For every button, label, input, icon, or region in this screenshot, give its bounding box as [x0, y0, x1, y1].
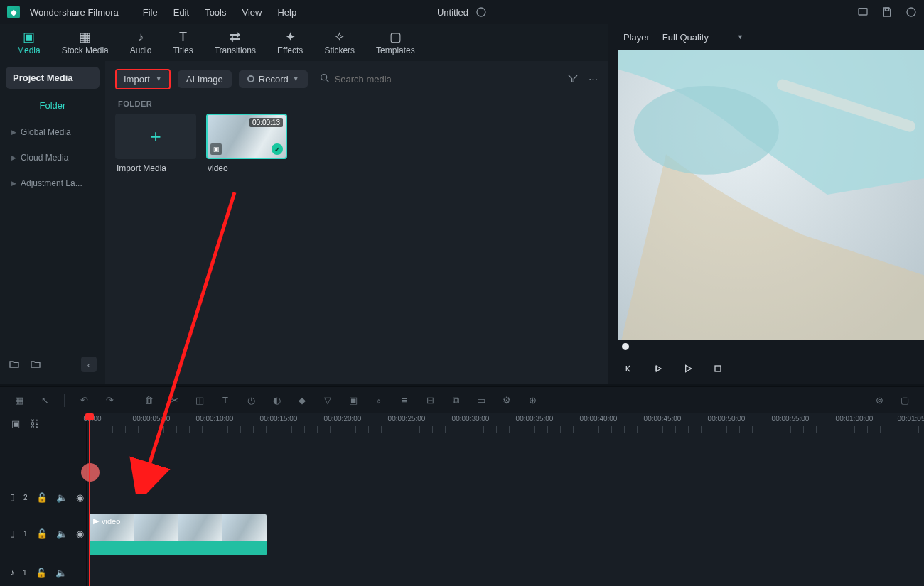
text-icon[interactable]: T [219, 394, 232, 407]
folder-icon[interactable] [30, 359, 41, 370]
preview-scrub[interactable] [618, 340, 924, 354]
export-icon[interactable] [906, 6, 917, 18]
mute-icon[interactable]: 🔈 [56, 528, 68, 539]
tab-stock-media[interactable]: ▦ Stock Media [62, 30, 109, 55]
tab-transitions[interactable]: ⇄ Transitions [215, 30, 256, 55]
record-button[interactable]: Record ▼ [239, 70, 308, 88]
plus-icon: + [115, 114, 196, 159]
mute-icon[interactable]: 🔈 [55, 568, 67, 578]
speed-icon[interactable]: ◷ [245, 394, 257, 407]
project-media-button[interactable]: Project Media [6, 67, 100, 89]
render-icon[interactable]: ▭ [475, 394, 488, 407]
import-highlight: Import ▼ [115, 69, 171, 89]
more-tools-icon[interactable]: ⊕ [526, 394, 539, 407]
tag-icon[interactable]: ⬨ [372, 394, 385, 407]
svg-marker-10 [656, 366, 661, 371]
mute-icon[interactable]: 🔈 [56, 492, 68, 503]
ruler-labels: 00:00 00:00:05:00 00:00:10:00 00:00:15:0… [87, 415, 924, 423]
menu-file[interactable]: File [143, 7, 158, 18]
tab-effects[interactable]: ✦ Effects [277, 30, 303, 55]
menu-help[interactable]: Help [277, 7, 296, 18]
layout-icon[interactable] [857, 6, 869, 18]
ai-image-button[interactable]: AI Image [178, 70, 232, 88]
lock-icon[interactable]: 🔓 [36, 492, 48, 503]
record-dot-icon [247, 75, 254, 82]
tab-stickers[interactable]: ✧ Stickers [324, 30, 355, 55]
sidebar-adjustment-layer[interactable]: ▶ Adjustment La... [6, 172, 100, 195]
svg-rect-13 [715, 366, 721, 371]
audio-track-icon: ♪ [10, 568, 14, 577]
track-video-1[interactable]: ▯ 1 🔓 🔈 ◉ ▶ video [0, 511, 924, 555]
effects-icon: ✦ [285, 30, 296, 44]
sidebar-global-media[interactable]: ▶ Global Media [6, 121, 100, 143]
scrub-handle[interactable] [622, 343, 629, 350]
lock-icon[interactable]: 🔓 [36, 568, 47, 578]
more-icon[interactable]: ⋯ [589, 74, 598, 85]
adjust-icon[interactable]: ⚙ [500, 394, 513, 407]
tab-templates[interactable]: ▢ Templates [376, 30, 415, 55]
link-icon[interactable]: ▣ [11, 418, 20, 429]
left-panel: ▣ Media ▦ Stock Media ♪ Audio T Titles ⇄… [0, 24, 608, 384]
chain-icon[interactable]: ⛓ [30, 418, 39, 429]
save-icon[interactable] [881, 6, 893, 18]
drag-handle[interactable] [81, 463, 100, 482]
visibility-icon[interactable]: ◉ [76, 492, 84, 503]
media-item-video[interactable]: 00:00:13 ▣ ✓ video [206, 114, 287, 173]
menu-tools[interactable]: Tools [205, 7, 226, 18]
search-input[interactable] [335, 74, 520, 85]
step-back-button[interactable] [652, 362, 665, 375]
tab-media[interactable]: ▣ Media [17, 30, 41, 55]
crop-icon[interactable]: ◫ [193, 394, 206, 407]
prev-frame-button[interactable] [622, 362, 635, 375]
timeline-link-row: ▣ ⛓ [0, 413, 86, 433]
stock-icon: ▦ [79, 30, 91, 44]
grid-icon[interactable]: ▦ [13, 394, 26, 407]
import-media-card[interactable]: + Import Media [115, 114, 196, 173]
audio-mix-icon[interactable]: ≡ [398, 394, 411, 407]
playhead[interactable] [89, 413, 90, 586]
tl-right: ⊚ ▢ [873, 394, 911, 407]
timeline-ruler[interactable]: 00:00 00:00:05:00 00:00:10:00 00:00:15:0… [87, 413, 924, 433]
track-options-icon[interactable]: ▢ [898, 394, 911, 407]
playhead-knob[interactable] [85, 413, 94, 420]
transitions-icon: ⇄ [230, 30, 240, 44]
redo-icon[interactable]: ↷ [103, 394, 116, 407]
menu-view[interactable]: View [242, 7, 262, 18]
tab-audio[interactable]: ♪ Audio [130, 30, 152, 55]
sidebar-cloud-media[interactable]: ▶ Cloud Media [6, 146, 100, 169]
filter-icon[interactable] [567, 72, 579, 86]
new-folder-icon[interactable] [9, 359, 20, 370]
stop-button[interactable] [711, 362, 724, 375]
collapse-sidebar-button[interactable]: ‹ [81, 357, 97, 372]
visibility-icon[interactable]: ◉ [76, 528, 84, 539]
svg-point-7 [634, 86, 779, 175]
timeline-settings-icon[interactable]: ⊚ [873, 394, 886, 407]
menu-edit[interactable]: Edit [173, 7, 189, 18]
duration-badge: 00:00:13 [249, 118, 283, 127]
snapshot-icon[interactable]: ▣ [347, 394, 360, 407]
folder-section-label: FOLDER [118, 99, 598, 108]
track-audio-1[interactable]: ♪ 1 🔓 🔈 [0, 557, 924, 586]
track-video-2[interactable]: ▯ 2 🔓 🔈 ◉ [0, 482, 924, 513]
sidebar-bottom: ‹ [6, 351, 100, 378]
preview-viewport[interactable] [618, 50, 924, 340]
lock-icon[interactable]: 🔓 [36, 528, 48, 539]
undo-icon[interactable]: ↶ [77, 394, 90, 407]
detach-icon[interactable]: ⊟ [424, 394, 436, 407]
tick-label: 00:00:25:00 [388, 415, 426, 423]
group-icon[interactable]: ⧉ [449, 394, 462, 407]
play-button[interactable] [682, 362, 694, 375]
cut-icon[interactable]: ✂ [168, 394, 181, 407]
delete-icon[interactable]: 🗑 [142, 394, 155, 407]
cloud-sync-icon[interactable] [476, 6, 487, 18]
import-button[interactable]: Import ▼ [117, 70, 169, 88]
pointer-icon[interactable]: ↖ [38, 394, 51, 407]
tab-titles[interactable]: T Titles [173, 30, 193, 55]
keyframe-icon[interactable]: ◆ [296, 394, 308, 407]
svg-rect-1 [859, 9, 867, 15]
quality-dropdown[interactable]: Full Quality ▼ [662, 32, 743, 43]
marker-icon[interactable]: ▽ [321, 394, 334, 407]
folder-tab[interactable]: Folder [6, 94, 100, 118]
timeline-clip-video[interactable]: ▶ video [89, 514, 267, 555]
color-icon[interactable]: ◐ [270, 394, 283, 407]
